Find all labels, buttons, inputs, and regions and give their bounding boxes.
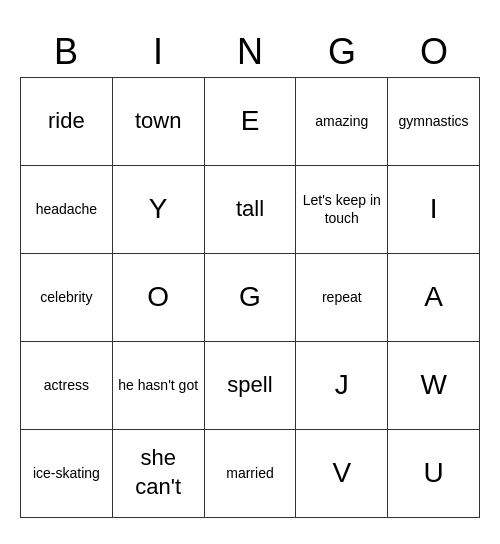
bingo-cell-0-3: amazing [296, 78, 388, 166]
header-letter-N: N [204, 27, 296, 77]
header-letter-G: G [296, 27, 388, 77]
bingo-cell-1-3: Let's keep in touch [296, 166, 388, 254]
bingo-cell-2-2: G [205, 254, 297, 342]
bingo-cell-2-3: repeat [296, 254, 388, 342]
bingo-cell-4-1: she can't [113, 430, 205, 518]
bingo-cell-0-1: town [113, 78, 205, 166]
bingo-cell-2-0: celebrity [21, 254, 113, 342]
bingo-cell-0-0: ride [21, 78, 113, 166]
bingo-cell-4-2: married [205, 430, 297, 518]
bingo-cell-1-2: tall [205, 166, 297, 254]
header-letter-B: B [20, 27, 112, 77]
bingo-cell-0-2: E [205, 78, 297, 166]
header-letter-I: I [112, 27, 204, 77]
bingo-cell-3-2: spell [205, 342, 297, 430]
bingo-cell-1-4: I [388, 166, 480, 254]
bingo-header: BINGO [20, 27, 480, 77]
bingo-cell-1-0: headache [21, 166, 113, 254]
bingo-cell-2-4: A [388, 254, 480, 342]
bingo-cell-3-3: J [296, 342, 388, 430]
bingo-cell-0-4: gymnastics [388, 78, 480, 166]
header-letter-O: O [388, 27, 480, 77]
bingo-cell-4-0: ice-skating [21, 430, 113, 518]
bingo-cell-4-3: V [296, 430, 388, 518]
bingo-cell-1-1: Y [113, 166, 205, 254]
bingo-card: BINGO ridetownEamazinggymnasticsheadache… [20, 27, 480, 518]
bingo-cell-3-1: he hasn't got [113, 342, 205, 430]
bingo-cell-3-0: actress [21, 342, 113, 430]
bingo-grid: ridetownEamazinggymnasticsheadacheYtallL… [20, 77, 480, 518]
bingo-cell-3-4: W [388, 342, 480, 430]
bingo-cell-4-4: U [388, 430, 480, 518]
bingo-cell-2-1: O [113, 254, 205, 342]
